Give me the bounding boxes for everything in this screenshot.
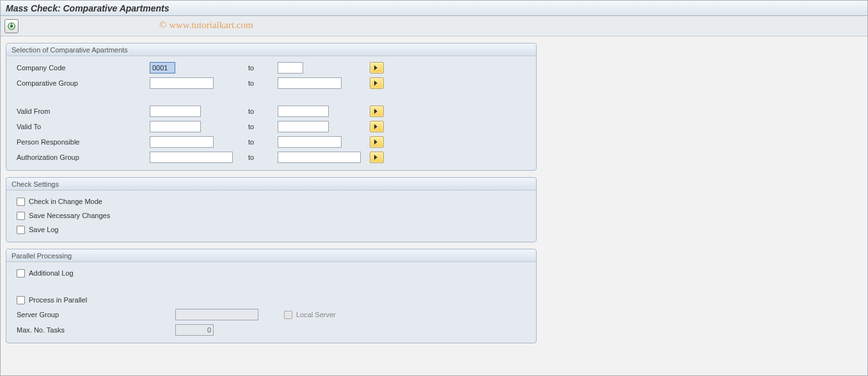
toolbar: © www.tutorialkart.com: [1, 16, 867, 36]
row-check-change-mode: Check in Change Mode: [9, 194, 533, 208]
process-parallel-label: Process in Parallel: [29, 296, 87, 304]
execute-button[interactable]: [4, 19, 19, 33]
process-parallel-checkbox[interactable]: [17, 296, 25, 304]
save-log-checkbox[interactable]: [17, 226, 25, 234]
authorization-group-to-input[interactable]: [278, 152, 361, 163]
valid-to-from-input[interactable]: [150, 121, 201, 132]
max-tasks-input: [175, 324, 214, 336]
execute-icon: [7, 22, 16, 31]
valid-from-to-input[interactable]: [278, 106, 329, 117]
row-server-group: Server Group Local Server: [9, 307, 533, 322]
comparative-group-multi-button[interactable]: [370, 77, 384, 89]
valid-from-from-input[interactable]: [150, 106, 201, 117]
row-authorization-group: Authorization Group to: [9, 150, 533, 165]
authorization-group-label: Authorization Group: [9, 153, 150, 161]
arrow-right-icon: [374, 65, 380, 71]
max-tasks-label: Max. No. Tasks: [9, 326, 175, 334]
valid-to-multi-button[interactable]: [370, 121, 384, 132]
arrow-right-icon: [374, 108, 380, 114]
check-change-mode-label: Check in Change Mode: [29, 198, 102, 205]
row-valid-to: Valid To to: [9, 119, 533, 134]
company-code-label: Company Code: [9, 64, 150, 72]
valid-from-multi-button[interactable]: [370, 106, 384, 117]
company-code-multi-button[interactable]: [370, 62, 384, 74]
person-responsible-multi-button[interactable]: [370, 136, 384, 148]
to-label: to: [246, 79, 278, 87]
arrow-right-icon: [374, 80, 380, 86]
group-selection: Selection of Comparative Apartments Comp…: [6, 43, 537, 171]
valid-to-label: Valid To: [9, 123, 150, 130]
group-parallel-processing: Parallel Processing Additional Log Proce…: [6, 249, 537, 343]
company-code-to-input[interactable]: [278, 62, 303, 74]
additional-log-checkbox[interactable]: [17, 269, 25, 278]
row-max-tasks: Max. No. Tasks: [9, 322, 533, 338]
to-label: to: [246, 123, 278, 130]
comparative-group-label: Comparative Group: [9, 79, 150, 87]
group-selection-header: Selection of Comparative Apartments: [6, 43, 536, 56]
title-bar: Mass Check: Comparative Apartments: [1, 1, 867, 16]
authorization-group-multi-button[interactable]: [370, 152, 384, 163]
valid-from-label: Valid From: [9, 107, 150, 115]
local-server-checkbox: [284, 311, 292, 319]
row-process-parallel: Process in Parallel: [9, 293, 533, 307]
to-label: to: [246, 153, 278, 161]
row-person-responsible: Person Responsible to: [9, 134, 533, 150]
arrow-right-icon: [374, 123, 380, 130]
row-save-log: Save Log: [9, 223, 533, 237]
server-group-input: [175, 309, 258, 320]
save-changes-checkbox[interactable]: [17, 212, 25, 220]
valid-to-to-input[interactable]: [278, 121, 329, 132]
row-save-changes: Save Necessary Changes: [9, 208, 533, 223]
row-comparative-group: Comparative Group to: [9, 75, 533, 91]
arrow-right-icon: [374, 154, 380, 161]
group-selection-body: Company Code to Comparative Group to: [6, 56, 536, 166]
row-additional-log: Additional Log: [9, 266, 533, 280]
content-area: Selection of Comparative Apartments Comp…: [1, 36, 867, 375]
person-responsible-label: Person Responsible: [9, 138, 150, 146]
group-parallel-body: Additional Log Process in Parallel Serve…: [6, 262, 536, 339]
local-server-label: Local Server: [296, 311, 336, 318]
row-company-code: Company Code to: [9, 60, 533, 75]
to-label: to: [246, 107, 278, 115]
group-check-header: Check Settings: [6, 178, 536, 191]
authorization-group-from-input[interactable]: [150, 152, 233, 163]
save-log-label: Save Log: [29, 226, 58, 233]
check-change-mode-checkbox[interactable]: [17, 198, 25, 206]
row-valid-from: Valid From to: [9, 104, 533, 119]
comparative-group-from-input[interactable]: [150, 77, 214, 89]
server-group-label: Server Group: [9, 311, 175, 318]
watermark-text: © www.tutorialkart.com: [159, 20, 253, 31]
page-title: Mass Check: Comparative Apartments: [6, 3, 169, 13]
to-label: to: [246, 138, 278, 146]
company-code-from-input[interactable]: [150, 62, 175, 74]
additional-log-label: Additional Log: [29, 269, 74, 277]
arrow-right-icon: [374, 139, 380, 145]
person-responsible-from-input[interactable]: [150, 136, 214, 148]
comparative-group-to-input[interactable]: [278, 77, 342, 89]
to-label: to: [246, 64, 278, 72]
group-parallel-header: Parallel Processing: [6, 249, 536, 262]
group-check-body: Check in Change Mode Save Necessary Chan…: [6, 191, 536, 238]
app-window: Mass Check: Comparative Apartments © www…: [0, 0, 868, 376]
group-check-settings: Check Settings Check in Change Mode Save…: [6, 177, 537, 242]
save-changes-label: Save Necessary Changes: [29, 212, 110, 219]
person-responsible-to-input[interactable]: [278, 136, 342, 148]
